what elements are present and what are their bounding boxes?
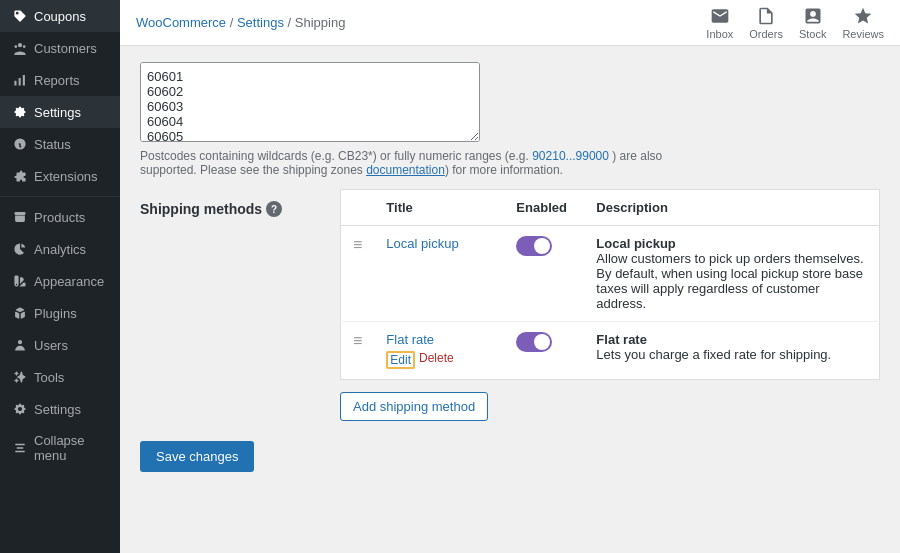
breadcrumb-shipping: Shipping (295, 15, 346, 30)
col-drag (341, 190, 375, 226)
sidebar-item-label: Extensions (34, 169, 98, 184)
sidebar-item-tools[interactable]: Tools (0, 361, 120, 393)
edit-flat-rate-button[interactable]: Edit (386, 351, 415, 369)
chart-icon (12, 72, 28, 88)
table-row: ≡ Local pickup Local pickup (341, 226, 880, 322)
sidebar-item-extensions[interactable]: Extensions (0, 160, 120, 192)
table-row: ≡ Flat rate Edit Delete (341, 322, 880, 380)
postcode-section: 60601 60602 60603 60604 60605 Postcodes … (140, 62, 880, 177)
methods-table-container: Title Enabled Description ≡ Local (340, 189, 880, 421)
breadcrumb-sep1: / (230, 15, 237, 30)
drag-handle-2[interactable]: ≡ (353, 332, 362, 349)
delete-flat-rate-button[interactable]: Delete (419, 351, 454, 369)
save-changes-button[interactable]: Save changes (140, 441, 254, 472)
documentation-link[interactable]: documentation (366, 163, 445, 177)
breadcrumb-sep2: / (288, 15, 295, 30)
method-desc-cell-1: Local pickup Allow customers to pick up … (584, 226, 879, 322)
sidebar-item-status[interactable]: Status (0, 128, 120, 160)
main-area: WooCommerce / Settings / Shipping Inbox … (120, 0, 900, 553)
section-label-col: Shipping methods ? (140, 189, 340, 421)
orders-icon-button[interactable]: Orders (749, 6, 783, 40)
add-method-container: Add shipping method (340, 380, 880, 421)
inbox-label: Inbox (706, 28, 733, 40)
user-icon (12, 337, 28, 353)
help-icon[interactable]: ? (266, 201, 282, 217)
postcode-hint: Postcodes containing wildcards (e.g. CB2… (140, 149, 700, 177)
box-icon (12, 209, 28, 225)
sidebar-item-settings2[interactable]: Settings (0, 393, 120, 425)
sidebar-item-coupons[interactable]: Coupons (0, 0, 120, 32)
method-enabled-cell-2 (504, 322, 584, 380)
sidebar-item-collapse[interactable]: Collapse menu (0, 425, 120, 471)
sidebar-item-label: Plugins (34, 306, 77, 321)
sidebar-item-label: Collapse menu (34, 433, 108, 463)
plugin-icon (12, 305, 28, 321)
gear2-icon (12, 401, 28, 417)
flat-rate-link[interactable]: Flat rate (386, 332, 434, 347)
sidebar-item-products[interactable]: Products (0, 201, 120, 233)
sidebar-item-customers[interactable]: Customers (0, 32, 120, 64)
sidebar-item-label: Customers (34, 41, 97, 56)
gear-icon (12, 104, 28, 120)
flat-rate-toggle[interactable] (516, 332, 552, 352)
orders-label: Orders (749, 28, 783, 40)
method-title-cell-1: Local pickup (374, 226, 504, 322)
postcode-textarea[interactable]: 60601 60602 60603 60604 60605 (140, 62, 480, 142)
tag-icon (12, 8, 28, 24)
flat-rate-desc: Flat rate Lets you charge a fixed rate f… (596, 332, 867, 362)
shipping-methods-section: Shipping methods ? Title Enabled Descrip… (140, 189, 880, 421)
sidebar-item-analytics[interactable]: Analytics (0, 233, 120, 265)
tools-icon (12, 369, 28, 385)
sidebar-item-reports[interactable]: Reports (0, 64, 120, 96)
local-pickup-link[interactable]: Local pickup (386, 236, 458, 251)
collapse-icon (12, 440, 28, 456)
sidebar-item-label: Settings (34, 105, 81, 120)
sidebar-item-label: Status (34, 137, 71, 152)
col-enabled: Enabled (504, 190, 584, 226)
drag-handle-1[interactable]: ≡ (353, 236, 362, 253)
reviews-label: Reviews (842, 28, 884, 40)
top-bar-icons: Inbox Orders Stock Reviews (706, 6, 884, 40)
sidebar-item-appearance[interactable]: Appearance (0, 265, 120, 297)
sidebar-item-label: Reports (34, 73, 80, 88)
stock-icon-button[interactable]: Stock (799, 6, 827, 40)
sidebar-item-users[interactable]: Users (0, 329, 120, 361)
sidebar-item-plugins[interactable]: Plugins (0, 297, 120, 329)
stock-label: Stock (799, 28, 827, 40)
sidebar-item-settings[interactable]: Settings (0, 96, 120, 128)
col-title: Title (374, 190, 504, 226)
breadcrumb-settings[interactable]: Settings (237, 15, 284, 30)
drag-cell-1: ≡ (341, 226, 375, 322)
local-pickup-desc: Local pickup Allow customers to pick up … (596, 236, 867, 311)
appearance-icon (12, 273, 28, 289)
add-shipping-method-button[interactable]: Add shipping method (340, 392, 488, 421)
sidebar-item-label: Users (34, 338, 68, 353)
col-description: Description (584, 190, 879, 226)
analytics-icon (12, 241, 28, 257)
content-area: 60601 60602 60603 60604 60605 Postcodes … (120, 46, 900, 553)
sidebar-item-label: Appearance (34, 274, 104, 289)
sidebar-item-label: Tools (34, 370, 64, 385)
shipping-methods-table: Title Enabled Description ≡ Local (340, 189, 880, 380)
sidebar: Coupons Customers Reports Settings Statu… (0, 0, 120, 553)
breadcrumb-woocommerce[interactable]: WooCommerce (136, 15, 226, 30)
method-enabled-cell-1 (504, 226, 584, 322)
people-icon (12, 40, 28, 56)
shipping-methods-label: Shipping methods ? (140, 201, 340, 217)
method-desc-cell-2: Flat rate Lets you charge a fixed rate f… (584, 322, 879, 380)
method-actions-flat-rate: Edit Delete (386, 351, 492, 369)
inbox-icon-button[interactable]: Inbox (706, 6, 733, 40)
sidebar-item-label: Products (34, 210, 85, 225)
sidebar-item-label: Analytics (34, 242, 86, 257)
save-section: Save changes (140, 421, 880, 472)
sidebar-item-label: Coupons (34, 9, 86, 24)
breadcrumb: WooCommerce / Settings / Shipping (136, 15, 345, 30)
method-title-cell-2: Flat rate Edit Delete (374, 322, 504, 380)
sidebar-item-label: Settings (34, 402, 81, 417)
reviews-icon-button[interactable]: Reviews (842, 6, 884, 40)
puzzle-icon (12, 168, 28, 184)
drag-cell-2: ≡ (341, 322, 375, 380)
local-pickup-toggle[interactable] (516, 236, 552, 256)
top-bar: WooCommerce / Settings / Shipping Inbox … (120, 0, 900, 46)
info-icon (12, 136, 28, 152)
